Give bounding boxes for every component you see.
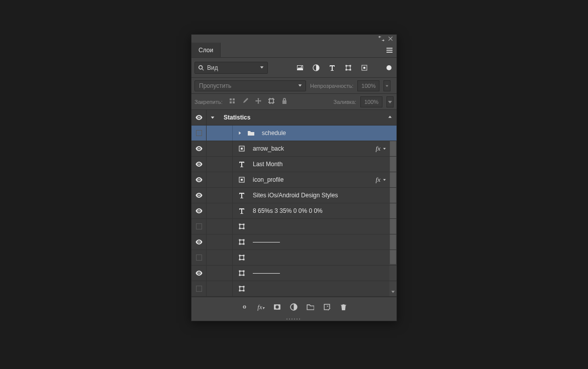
filter-kind-label: Вид [207, 64, 218, 71]
layer-name: arrow_back [253, 145, 284, 152]
shape-icon [238, 285, 246, 292]
opacity-stepper[interactable] [383, 80, 390, 91]
shape-icon [238, 254, 246, 261]
filter-smart-icon[interactable] [360, 64, 368, 72]
close-panel-icon[interactable] [387, 36, 394, 42]
visibility-toggle[interactable] [191, 172, 207, 187]
blend-mode-value: Пропустить [199, 82, 231, 89]
layer-name: Last Month [253, 161, 282, 168]
shape-icon [238, 270, 246, 277]
fill-label: Заливка: [334, 99, 356, 105]
layer-group-header[interactable]: Statistics [191, 110, 397, 126]
visibility-toggle[interactable] [191, 126, 207, 141]
shape-thumbnail [253, 273, 280, 274]
layer-row[interactable]: Sites iOs/Android Design Styles [191, 188, 397, 203]
layer-row[interactable]: arrow_backfx [191, 141, 397, 157]
layer-name: 8 65%s 3 35% 0 0% 0 0% [253, 207, 323, 214]
filter-row: Вид [191, 58, 397, 78]
layer-name: Sites iOs/Android Design Styles [253, 192, 338, 199]
layers-list: schedulearrow_backfxLast Monthicon_profi… [191, 126, 397, 297]
fill-stepper[interactable] [386, 96, 394, 107]
blend-row: Пропустить Непрозрачность: 100% [191, 78, 397, 94]
layer-fx-badge[interactable]: fx [376, 176, 386, 184]
layers-panel: Слои Вид Пропустить Непрозрачность: 100%… [191, 34, 397, 321]
folder-icon [247, 130, 255, 137]
opacity-input[interactable]: 100% [357, 80, 379, 91]
visibility-toggle[interactable] [191, 110, 207, 125]
lock-position-icon[interactable] [255, 97, 262, 106]
chevron-down-icon [298, 82, 303, 89]
smart-icon [238, 145, 246, 152]
collapse-panel-icon[interactable] [378, 36, 384, 42]
adjustment-layer-icon[interactable] [290, 303, 298, 311]
visibility-toggle[interactable] [191, 157, 207, 172]
blend-mode-dropdown[interactable]: Пропустить [194, 80, 306, 91]
group-expand-icon[interactable] [207, 115, 219, 120]
fill-input[interactable]: 100% [360, 96, 382, 107]
layer-row[interactable]: 8 65%s 3 35% 0 0% 0 0% [191, 203, 397, 219]
lock-artboard-icon[interactable] [268, 97, 275, 106]
visibility-toggle[interactable] [191, 234, 207, 250]
visibility-toggle[interactable] [191, 203, 207, 218]
tab-layers[interactable]: Слои [191, 43, 221, 57]
layer-row[interactable] [191, 266, 397, 281]
filter-pixel-icon[interactable] [296, 64, 304, 72]
filter-text-icon[interactable] [328, 64, 336, 72]
chevron-right-icon[interactable] [238, 130, 242, 137]
lock-all-icon[interactable] [281, 97, 288, 106]
shape-icon [238, 223, 246, 230]
layer-style-icon[interactable]: fx▾ [257, 303, 264, 311]
shape-icon [238, 238, 246, 245]
lock-row: Закрепить: Заливка: 100% [191, 94, 397, 110]
layer-row[interactable] [191, 234, 397, 250]
new-group-icon[interactable] [307, 303, 314, 311]
text-icon [238, 207, 246, 214]
layer-name: schedule [262, 130, 286, 137]
link-layers-icon[interactable] [241, 303, 248, 311]
layer-row[interactable] [191, 250, 397, 266]
filter-kind-dropdown[interactable]: Вид [194, 62, 268, 74]
panel-titlebar [191, 35, 397, 43]
visibility-toggle[interactable] [191, 266, 207, 281]
group-collapse-icon[interactable] [387, 114, 393, 121]
lock-pixels-icon[interactable] [229, 97, 236, 106]
opacity-label: Непрозрачность: [310, 83, 353, 89]
layer-fx-badge[interactable]: fx [376, 145, 386, 153]
layer-mask-icon[interactable] [273, 303, 281, 311]
search-icon [198, 65, 204, 71]
filter-adjust-icon[interactable] [312, 64, 320, 72]
visibility-toggle[interactable] [191, 250, 207, 265]
panel-tabs: Слои [191, 43, 397, 58]
visibility-toggle[interactable] [191, 219, 207, 234]
bottom-toolbar: fx▾ [191, 297, 397, 317]
shape-thumbnail [253, 242, 280, 242]
text-icon [238, 161, 246, 168]
layer-row[interactable]: icon_profilefx [191, 172, 397, 188]
layer-row[interactable]: schedule [191, 126, 397, 141]
group-name: Statistics [224, 114, 250, 121]
filter-shape-icon[interactable] [344, 64, 352, 72]
text-icon [238, 192, 246, 199]
new-layer-icon[interactable] [323, 303, 331, 311]
layer-name: icon_profile [253, 176, 283, 183]
visibility-toggle[interactable] [191, 281, 207, 296]
delete-layer-icon[interactable] [340, 303, 347, 311]
lock-brush-icon[interactable] [242, 97, 249, 106]
filter-toggle[interactable] [386, 65, 391, 70]
visibility-toggle[interactable] [191, 188, 207, 203]
layer-row[interactable] [191, 281, 397, 297]
panel-menu-icon[interactable] [382, 43, 397, 57]
lock-label: Закрепить: [194, 99, 223, 105]
resize-handle[interactable] [191, 317, 397, 321]
visibility-toggle[interactable] [191, 141, 207, 156]
layer-row[interactable] [191, 219, 397, 234]
smart-icon [238, 176, 246, 183]
layer-row[interactable]: Last Month [191, 157, 397, 172]
chevron-down-icon [259, 64, 264, 71]
